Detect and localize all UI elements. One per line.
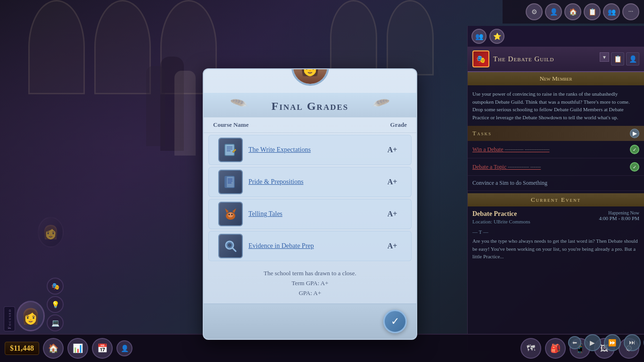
guild-dropdown[interactable]: ▼ [600,52,609,62]
secondary-sim: 👩 [38,217,64,247]
modal-footer-text: The school term has drawn to a close. Te… [204,263,416,304]
checkmark-icon: ✓ [391,315,399,328]
course-row-2: Pride & Prepositions A+ [208,167,412,197]
event-name-block: Debate Practice Location: UBrite Commons [472,210,530,225]
current-event-title: Current Event [472,196,639,204]
course-name-3[interactable]: Telling Tales [248,210,383,218]
sim-small-icon[interactable]: 👤 [116,340,132,356]
secondary-sim-face: 👩 [42,224,59,240]
svg-rect-5 [225,176,227,188]
more-icon[interactable]: ··· [622,3,639,20]
writing-icon [223,142,238,157]
event-time: 4:00 PM - 8:00 PM [599,215,639,221]
secondary-sim-avatar: 👩 [38,217,64,247]
guild-profile-btn[interactable]: 👤 [626,52,639,66]
ultra-speed-button[interactable]: ⏭ [624,334,641,351]
focused-badge: Focused [4,306,15,331]
play-button[interactable]: ▶ [584,334,601,351]
tasks-header: Tasks ▶ [468,126,644,141]
home-icon[interactable]: 🏠 [564,3,581,20]
course-grade-4: A+ [383,242,402,250]
members-icon[interactable]: 👥 [471,29,487,44]
book-icon [223,174,238,189]
map-icon[interactable]: 🗺 [520,338,541,359]
svg-marker-11 [232,208,236,213]
confirm-button[interactable]: ✓ [383,310,407,333]
guild-title: The Debate Guild [493,55,596,63]
profile-icon[interactable]: 👤 [545,3,562,20]
courses-table-header: Course Name Grade [204,117,416,133]
sim-action-icons: 🎭 💡 💻 [47,278,64,331]
course-name-4[interactable]: Evidence in Debate Prep [248,242,383,250]
star-icon[interactable]: ⭐ [489,29,504,44]
guild-copy-btn[interactable]: 📋 [611,52,624,66]
course-icon-inner-2 [219,171,242,193]
needs-nav-icon[interactable]: 📊 [67,338,88,359]
wrench-icon[interactable]: ⚙ [526,3,543,20]
course-name-2[interactable]: Pride & Prepositions [248,178,383,186]
event-details: Debate Practice Location: UBrite Commons… [468,206,644,229]
panel-header-icons: 👥 ⭐ [468,26,644,47]
tasks-expand-btn[interactable]: ▶ [630,129,639,138]
sim-portrait-area: 👩 🎭 💡 💻 [17,278,64,331]
fox-icon [223,206,238,222]
sim-avatar[interactable]: 👩 [17,301,45,331]
footer-line-2: Term GPA: A+ [213,279,407,288]
course-icon-2 [218,170,243,194]
course-row-4: Evidence in Debate Prep A+ [208,231,412,261]
fast-forward-button[interactable]: ⏩ [604,334,621,351]
calendar-icon[interactable]: 📋 [584,3,601,20]
guild-icon: 🎭 [472,50,489,67]
task-convince: Convince a Sim to do Something [472,180,547,187]
event-happening: Happening Now [599,210,639,215]
bg-figure [146,66,165,146]
svg-marker-10 [225,208,229,213]
home-nav-icon[interactable]: 🏠 [43,338,64,359]
tasks-title: Tasks [472,130,492,137]
magnify-icon [223,239,238,254]
sim-icon-small[interactable]: ⬅ [568,336,581,349]
svg-rect-0 [225,144,234,156]
arch-decoration [94,0,151,94]
guild-description: Use your power of convincing to raise in… [468,85,644,126]
new-member-title: New Member [472,75,639,82]
event-description: Are you the type who always needs to get… [468,235,644,263]
task-item-2: Debate a Topic ·················· ······… [468,158,644,176]
sim-action-3[interactable]: 💻 [47,314,64,331]
event-name: Debate Practice [472,210,530,218]
course-grade-2: A+ [383,178,402,186]
inventory-icon[interactable]: 🎒 [545,338,566,359]
new-member-section: New Member [468,72,644,85]
task-win-debate[interactable]: Win a Debate ················ ··········… [472,146,630,153]
arch-decoration [330,0,377,75]
bg-figure [174,71,196,156]
sim-face: 👩 [21,307,40,325]
arch-decoration [387,0,434,75]
task-item-3: Convince a Sim to do Something [468,176,644,191]
footer-line-1: The school term has drawn to a close. [213,269,407,279]
svg-line-18 [232,248,236,251]
modal-header: 🪶 Final Grades 🪶 [204,93,416,117]
event-italic-separator: — T — [468,229,644,235]
grade-column-header: Grade [390,121,407,129]
top-icon-bar: ⚙ 👤 🏠 📋 👥 ··· [503,0,644,24]
social-icon[interactable]: 👥 [603,3,620,20]
sim-action-1[interactable]: 🎭 [47,278,64,295]
course-grade-1: A+ [383,146,402,154]
sim-action-2[interactable]: 💡 [47,296,64,313]
course-row-1: The Write Expectations A+ [208,135,412,165]
svg-point-15 [229,215,232,217]
course-icon-4 [218,234,243,258]
course-name-1[interactable]: The Write Expectations [248,146,383,154]
arch-decoration [28,0,85,94]
course-row-3: Telling Tales A+ [208,199,412,229]
course-icon-inner-1 [219,139,242,161]
right-panel: 👥 ⭐ 🎭 The Debate Guild ▼ 📋 👤 New Member … [467,26,644,351]
course-icon-inner-3 [219,203,242,225]
task-debate-topic[interactable]: Debate a Topic ·················· ······… [472,164,630,171]
task-complete-icon-2: ✓ [630,162,639,172]
money-display: $11,448 [5,342,39,355]
guild-actions: ▼ 📋 👤 [600,52,639,66]
skills-nav-icon[interactable]: 📅 [92,338,113,359]
modal-footer-actions: ✓ [204,304,416,339]
